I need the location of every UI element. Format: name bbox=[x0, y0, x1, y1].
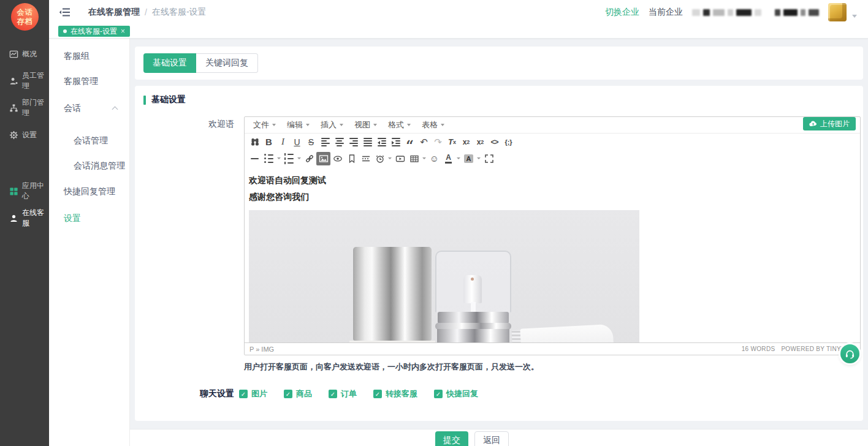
subscript-icon[interactable]: x2 bbox=[459, 135, 473, 149]
switch-company-link[interactable]: 切换企业 bbox=[605, 7, 639, 18]
link-icon[interactable] bbox=[302, 152, 316, 165]
sidebar-item-departments[interactable]: 部门管理 bbox=[0, 102, 49, 114]
align-left-icon[interactable] bbox=[318, 135, 332, 149]
align-center-icon[interactable] bbox=[332, 135, 346, 149]
app-root: { "colors": { "accent": "#2fb287", "side… bbox=[0, 0, 868, 446]
headset-icon bbox=[845, 349, 855, 359]
image-icon[interactable] bbox=[316, 152, 330, 165]
source-code-icon[interactable]: <> bbox=[487, 135, 501, 149]
undo-icon[interactable]: ↶ bbox=[417, 135, 431, 149]
chat-settings-label: 聊天设置 bbox=[135, 388, 239, 399]
breadcrumb-root[interactable]: 在线客服管理 bbox=[88, 7, 140, 18]
chevron-down-icon[interactable] bbox=[277, 157, 281, 159]
code-sample-icon[interactable]: {;} bbox=[501, 135, 516, 149]
welcome-text-line2: 感谢您咨询我们 bbox=[249, 191, 857, 203]
sidebar-item-label: 应用中心 bbox=[22, 181, 49, 202]
chevron-down-icon[interactable] bbox=[477, 157, 481, 159]
align-right-icon[interactable] bbox=[346, 135, 360, 149]
company-avatar[interactable] bbox=[828, 3, 847, 21]
checkbox-checked-icon: ✓ bbox=[373, 390, 382, 398]
sidebar-item-quick-reply-management[interactable]: 快捷回复管理 bbox=[64, 186, 115, 198]
chevron-down-icon[interactable] bbox=[297, 157, 301, 159]
bold-icon[interactable]: B bbox=[262, 135, 276, 149]
superscript-icon[interactable]: x2 bbox=[473, 135, 487, 149]
table-icon[interactable] bbox=[407, 152, 421, 165]
sidebar-item-app-center[interactable]: 应用中心 bbox=[0, 185, 49, 197]
outdent-icon[interactable] bbox=[375, 135, 389, 149]
sidebar-item-settings-active[interactable]: 设置 bbox=[64, 213, 81, 225]
redo-icon[interactable]: ↷ bbox=[431, 135, 445, 149]
underline-icon[interactable]: U bbox=[290, 135, 304, 149]
text-color-icon[interactable]: A bbox=[441, 152, 455, 165]
submit-button[interactable]: 提交 bbox=[435, 431, 468, 446]
collapse-menu-icon[interactable] bbox=[59, 7, 71, 17]
align-justify-icon[interactable] bbox=[360, 135, 375, 149]
chevron-down-icon bbox=[373, 124, 377, 126]
sidebar-item-settings[interactable]: 设置 bbox=[0, 129, 49, 141]
checkbox-option-order[interactable]: ✓订单 bbox=[329, 388, 357, 399]
close-icon[interactable]: × bbox=[121, 27, 125, 36]
sub-item-label: 会话 bbox=[64, 103, 81, 114]
menu-file[interactable]: 文件 bbox=[248, 119, 281, 130]
sidebar-item-session-message-management[interactable]: 会话消息管理 bbox=[74, 160, 125, 172]
checkbox-option-image[interactable]: ✓图片 bbox=[239, 388, 267, 399]
menu-format[interactable]: 格式 bbox=[383, 119, 416, 130]
checkbox-option-transfer[interactable]: ✓转接客服 bbox=[373, 388, 417, 399]
element-path[interactable]: P » IMG bbox=[249, 346, 274, 353]
welcome-text-line1: 欢迎语自动回复测试 bbox=[249, 174, 857, 186]
app-logo[interactable]: 会话 存档 bbox=[11, 3, 39, 31]
overview-icon bbox=[9, 50, 18, 59]
tab-tag-online-service-settings[interactable]: 在线客服-设置 × bbox=[58, 26, 130, 37]
back-button[interactable]: 返回 bbox=[474, 431, 509, 446]
italic-icon[interactable]: I bbox=[276, 135, 290, 149]
editor-toolbar-row2: ☺ A A bbox=[245, 150, 860, 167]
welcome-hint-text: 用户打开客服页面，向客户发送欢迎语，一小时内多次打开客服页面，只发送一次。 bbox=[244, 361, 539, 372]
sidebar-item-employees[interactable]: 员工管理 bbox=[0, 75, 49, 87]
insert-datetime-icon[interactable] bbox=[373, 152, 387, 165]
action-footer: 提交 返回 bbox=[130, 429, 868, 446]
sidebar-item-sessions[interactable]: 会话 bbox=[64, 102, 117, 115]
remove-format-icon[interactable]: Tx bbox=[445, 135, 459, 149]
horizontal-rule-icon[interactable] bbox=[248, 152, 262, 165]
sidebar-item-service-management[interactable]: 客服管理 bbox=[64, 75, 98, 88]
anchor-icon[interactable] bbox=[345, 152, 359, 165]
sidebar-item-session-management[interactable]: 会话管理 bbox=[74, 135, 108, 147]
upload-image-button[interactable]: 上传图片 bbox=[803, 117, 856, 130]
menu-insert[interactable]: 插入 bbox=[315, 119, 349, 130]
tab-keyword-reply[interactable]: 关键词回复 bbox=[196, 53, 258, 73]
menu-view[interactable]: 视图 bbox=[349, 119, 383, 130]
chevron-down-icon[interactable] bbox=[422, 157, 426, 159]
logo-line1: 会话 bbox=[17, 8, 33, 17]
find-replace-icon[interactable] bbox=[248, 135, 262, 149]
sidebar-item-service-groups[interactable]: 客服组 bbox=[64, 50, 89, 62]
bullet-list-icon[interactable] bbox=[262, 152, 276, 165]
blockquote-icon[interactable]: “ bbox=[403, 138, 417, 152]
emoji-icon[interactable]: ☺ bbox=[427, 152, 441, 165]
chevron-down-icon bbox=[340, 124, 343, 126]
chevron-down-icon bbox=[441, 124, 444, 126]
word-count[interactable]: 16 WORDS bbox=[742, 346, 775, 352]
media-icon[interactable] bbox=[393, 152, 407, 165]
fullscreen-icon[interactable] bbox=[482, 152, 496, 165]
editor-content-area[interactable]: 欢迎语自动回复测试 感谢您咨询我们 bbox=[245, 167, 860, 342]
chevron-down-icon[interactable] bbox=[388, 157, 392, 159]
preview-icon[interactable] bbox=[330, 152, 345, 165]
indent-icon[interactable] bbox=[389, 135, 403, 149]
inserted-product-image[interactable] bbox=[249, 210, 639, 342]
checkbox-option-quick-reply[interactable]: ✓快捷回复 bbox=[434, 388, 478, 399]
menu-edit[interactable]: 编辑 bbox=[281, 119, 315, 130]
checkbox-option-product[interactable]: ✓商品 bbox=[284, 388, 312, 399]
editor-toolbar-row1: B I U S “ ↶ ↷ Tx x2 x2 <> {;} bbox=[245, 134, 860, 150]
chevron-down-icon[interactable] bbox=[457, 157, 460, 159]
page-break-icon[interactable] bbox=[359, 152, 373, 165]
sidebar-item-online-service[interactable]: 在线客服 bbox=[0, 212, 49, 224]
floating-customer-service-button[interactable] bbox=[840, 344, 859, 363]
numbered-list-icon[interactable] bbox=[282, 152, 296, 165]
tab-basic-settings[interactable]: 基础设置 bbox=[143, 53, 196, 73]
menu-table[interactable]: 表格 bbox=[416, 119, 450, 130]
background-color-icon[interactable]: A bbox=[462, 152, 476, 165]
sidebar-item-overview[interactable]: 概况 bbox=[0, 48, 49, 60]
strikethrough-icon[interactable]: S bbox=[304, 135, 318, 149]
pump-nozzle-shape bbox=[463, 275, 482, 303]
company-name-redacted bbox=[692, 9, 819, 16]
